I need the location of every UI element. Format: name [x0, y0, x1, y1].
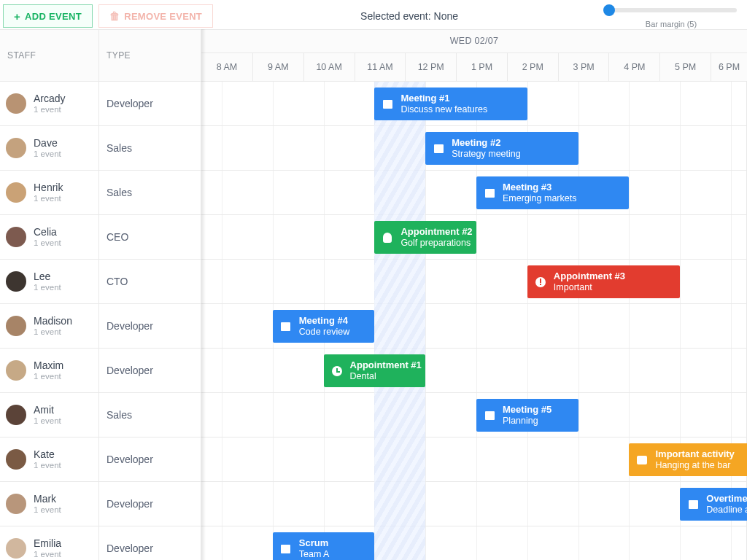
- staff-name: Emilia: [34, 538, 61, 549]
- staff-event-count: 1 event: [34, 194, 63, 203]
- staff-type: Developer: [99, 304, 201, 348]
- staff-cell: Mark1 event: [0, 482, 99, 526]
- meeting-event[interactable]: Meeting #4Code review: [273, 310, 375, 343]
- staff-cell: Dave1 event: [0, 126, 99, 170]
- calendar-icon: [484, 187, 495, 199]
- staff-cell: Emilia1 event: [0, 526, 99, 560]
- appointment-event[interactable]: Appointment #3Important: [527, 265, 680, 298]
- staff-type: Sales: [99, 171, 201, 214]
- trash-icon: 🗑: [109, 10, 120, 22]
- timeline-cell[interactable]: Meeting #5Planning: [201, 393, 747, 437]
- add-event-label: ADD EVENT: [25, 11, 82, 22]
- staff-cell: Madison1 event: [0, 304, 99, 348]
- event-title: Overtime: [706, 494, 747, 505]
- staff-type: CTO: [99, 260, 201, 303]
- event-title: Meeting #2: [452, 138, 521, 149]
- avatar: [6, 538, 26, 559]
- timeline-cell[interactable]: Appointment #3Important: [201, 260, 747, 303]
- hour-9am: 9 AM: [252, 53, 303, 81]
- staff-event-count: 1 event: [34, 505, 61, 514]
- staff-cell: Lee1 event: [0, 260, 99, 303]
- staff-cell: Arcady1 event: [0, 82, 99, 125]
- staff-type: Developer: [99, 349, 201, 392]
- staff-name: Lee: [34, 271, 61, 282]
- staff-name: Celia: [34, 227, 61, 238]
- meeting-event[interactable]: Meeting #2Strategy meeting: [425, 132, 578, 165]
- calendar-icon: [382, 98, 393, 110]
- timeline-cell[interactable]: Appointment #1Dental: [201, 349, 747, 392]
- appointment-event[interactable]: Appointment #2Golf preparations: [374, 221, 476, 254]
- meeting-event[interactable]: ScrumTeam A: [273, 532, 375, 560]
- calendar-icon: [280, 321, 292, 332]
- event-title: Meeting #1: [400, 93, 487, 104]
- event-title: Appointment #1: [350, 360, 422, 371]
- add-event-button[interactable]: + ADD EVENT: [3, 4, 93, 28]
- hour-4pm: 4 PM: [608, 53, 659, 81]
- meeting-event[interactable]: Meeting #5Planning: [476, 399, 578, 432]
- activity-event[interactable]: Important activityHanging at the bar: [629, 443, 747, 476]
- header-type: TYPE: [99, 30, 201, 81]
- grid-header: STAFF TYPE WED 02/07 8 AM9 AM10 AM11 AM1…: [0, 29, 747, 82]
- appointment-event[interactable]: Appointment #1Dental: [324, 354, 426, 387]
- timeline-cell[interactable]: Meeting #1Discuss new features: [201, 82, 747, 125]
- staff-event-count: 1 event: [34, 461, 61, 470]
- event-subtitle: Planning: [503, 416, 551, 426]
- staff-row: Madison1 eventDeveloperMeeting #4Code re…: [0, 304, 747, 349]
- staff-name: Henrik: [34, 182, 63, 193]
- timeline-cell[interactable]: Appointment #2Golf preparations: [201, 215, 747, 259]
- hour-10am: 10 AM: [303, 53, 355, 81]
- timeline-cell[interactable]: Important activityHanging at the bar: [201, 438, 747, 481]
- event-subtitle: Discuss new features: [400, 104, 487, 114]
- clock-icon: [331, 365, 343, 377]
- hour-3pm: 3 PM: [558, 53, 609, 81]
- staff-type: Sales: [99, 393, 201, 437]
- hours-row: 8 AM9 AM10 AM11 AM12 PM1 PM2 PM3 PM4 PM5…: [201, 53, 747, 81]
- avatar: [6, 93, 26, 114]
- staff-name: Madison: [34, 316, 72, 327]
- event-title: Scrum: [299, 538, 330, 549]
- bar-margin-slider[interactable]: [605, 4, 737, 17]
- staff-name: Dave: [34, 138, 61, 149]
- slider-thumb[interactable]: [603, 4, 615, 16]
- bulb-icon: [382, 232, 393, 244]
- hour-5pm: 5 PM: [659, 53, 711, 81]
- timeline-cell[interactable]: Meeting #3Emerging markets: [201, 171, 747, 214]
- avatar: [6, 494, 26, 514]
- avatar: [6, 405, 26, 425]
- bar-margin-control[interactable]: Bar margin (5): [605, 4, 737, 28]
- hour-12pm: 12 PM: [405, 53, 456, 81]
- remove-event-label: REMOVE EVENT: [124, 11, 202, 22]
- timeline-cell[interactable]: OvertimeDeadline approaching: [201, 482, 747, 526]
- bar-margin-label: Bar margin (5): [605, 20, 737, 28]
- staff-type: Sales: [99, 126, 201, 170]
- event-title: Important activity: [655, 449, 734, 460]
- event-title: Meeting #3: [503, 182, 576, 193]
- hour-1pm: 1 PM: [456, 53, 507, 81]
- staff-event-count: 1 event: [34, 327, 72, 336]
- calendar-icon: [484, 410, 495, 421]
- hour-6pm: 6 PM: [711, 53, 747, 81]
- timeline-cell[interactable]: Meeting #2Strategy meeting: [201, 126, 747, 170]
- timeline-cell[interactable]: ScrumTeam A: [201, 526, 747, 560]
- staff-event-count: 1 event: [34, 416, 61, 425]
- staff-event-count: 1 event: [34, 149, 61, 158]
- meeting-event[interactable]: Meeting #1Discuss new features: [374, 88, 527, 120]
- avatar: [6, 449, 26, 470]
- calendar-icon: [280, 543, 292, 555]
- staff-event-count: 1 event: [34, 283, 61, 292]
- event-title: Appointment #3: [554, 271, 625, 282]
- calendar-icon: [433, 143, 444, 155]
- tag-icon: [636, 454, 648, 466]
- staff-row: Mark1 eventDeveloperOvertimeDeadline app…: [0, 482, 747, 526]
- event-subtitle: Team A: [299, 549, 330, 559]
- current-time-indicator: [374, 82, 425, 560]
- meeting-event[interactable]: OvertimeDeadline approaching: [680, 488, 747, 521]
- plus-icon: +: [14, 10, 20, 23]
- avatar: [6, 138, 26, 158]
- staff-type: Developer: [99, 482, 201, 526]
- timeline-cell[interactable]: Meeting #4Code review: [201, 304, 747, 348]
- staff-cell: Celia1 event: [0, 215, 99, 259]
- header-staff: STAFF: [0, 30, 99, 81]
- staff-cell: Henrik1 event: [0, 171, 99, 214]
- meeting-event[interactable]: Meeting #3Emerging markets: [476, 176, 629, 209]
